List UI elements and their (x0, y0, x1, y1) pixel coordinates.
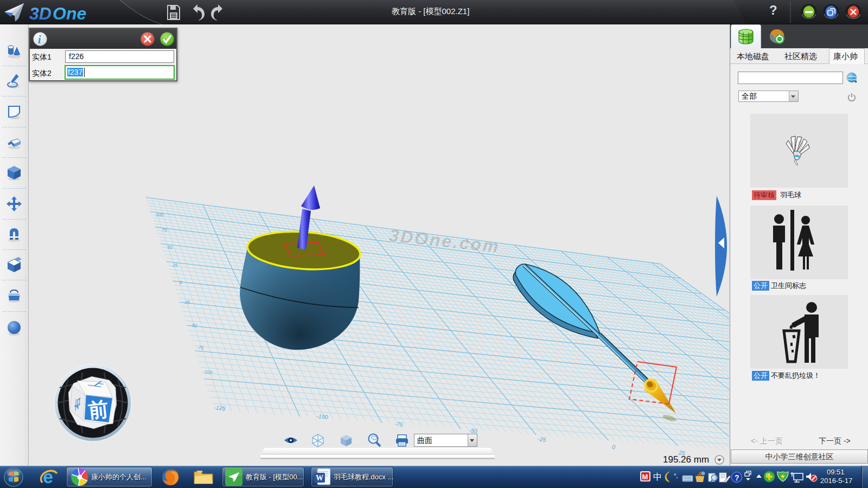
svg-text:-125: -125 (214, 404, 226, 412)
svg-text:One: One (53, 4, 86, 23)
svg-text:3D: 3D (29, 4, 52, 23)
svg-text:e: e (43, 467, 53, 487)
svg-text:中: 中 (653, 472, 662, 481)
svg-text:M: M (642, 473, 648, 481)
svg-text:-100: -100 (316, 413, 328, 420)
svg-text:25: 25 (172, 262, 178, 268)
svg-text:?: ? (735, 473, 739, 482)
svg-text:前: 前 (87, 397, 110, 422)
svg-text:50: 50 (167, 245, 173, 251)
svg-text:-75: -75 (394, 420, 404, 428)
svg-text:0: 0 (611, 444, 615, 451)
svg-text:i: i (38, 34, 41, 46)
svg-text:°,: °, (674, 472, 678, 479)
svg-text:75: 75 (162, 227, 168, 233)
svg-text:0: 0 (179, 280, 182, 285)
svg-text:-25: -25 (538, 435, 547, 443)
svg-text:-100: -100 (203, 369, 213, 375)
svg-text:W: W (316, 474, 323, 482)
svg-text:-75: -75 (196, 344, 204, 350)
svg-text:-25: -25 (183, 299, 190, 305)
svg-text:-50: -50 (190, 322, 197, 328)
svg-text:100: 100 (155, 211, 163, 217)
